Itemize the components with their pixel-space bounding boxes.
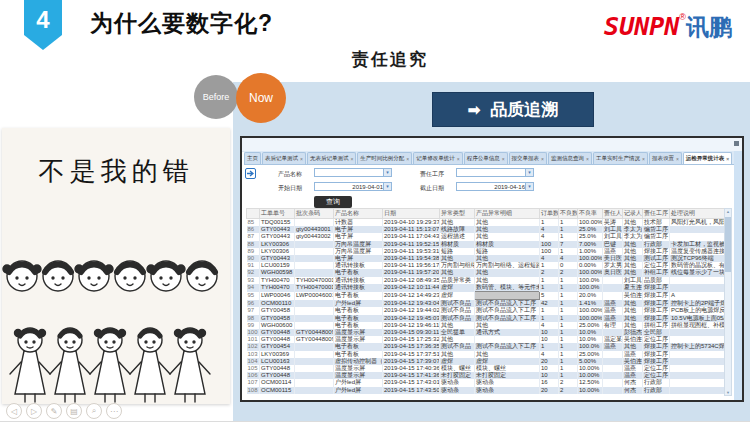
column-header[interactable]: 工单单号	[260, 209, 295, 219]
table-row[interactable]: 97GTY00458电子看板2019-04-12 19:44:02测试不良品测试…	[247, 307, 733, 314]
tab-表后记单测试[interactable]: 表后记单测试×	[262, 152, 306, 164]
table-row[interactable]: 91LCU00159通讯转接板2019-04-11 19:56:17万向割与组络…	[247, 262, 733, 269]
tab-close-icon[interactable]: ×	[350, 156, 353, 162]
table-row[interactable]: 99WGH00600电子看板2019-04-12 19:46:11其他其他412…	[247, 322, 733, 329]
tab-close-icon[interactable]: ×	[642, 156, 645, 162]
process-input[interactable]: ▾	[456, 168, 534, 177]
before-badge: Before	[194, 75, 238, 119]
now-panel: ➡ 品质追溯 主页表后记单测试×无表后记单测试×生产时间比例分配×记单修改单统计…	[233, 82, 750, 422]
more-icon[interactable]: ⋯	[106, 403, 122, 419]
column-header[interactable]	[247, 209, 260, 219]
column-header[interactable]: 批次条码	[295, 209, 334, 219]
table-row[interactable]: 92WGH00598电子看板2019-04-11 19:57:20其他其他221…	[247, 269, 733, 276]
column-header[interactable]: 产品名称	[334, 209, 383, 219]
registered-mark: ®	[679, 12, 686, 22]
window-right-strip	[734, 151, 742, 400]
tab-bar: 主页表后记单测试×无表后记单测试×生产时间比例分配×记单修改单统计×程序公单信息…	[244, 151, 734, 165]
quality-trace-label: 品质追溯	[490, 98, 558, 121]
column-header[interactable]: 日期	[383, 209, 440, 219]
vertical-scrollbar[interactable]: ▲ ▼	[724, 208, 732, 396]
table-row[interactable]: 108OCM00115户外led屏2019-04-15 17:43:50驱动条驱…	[247, 387, 733, 394]
tab-工单实时生产情况[interactable]: 工单实时生产情况×	[593, 152, 648, 164]
column-header[interactable]: 不良数量	[559, 209, 578, 219]
export-icon[interactable]	[245, 168, 256, 179]
quality-trace-button[interactable]: ➡ 品质追溯	[432, 92, 594, 127]
tab-close-icon[interactable]: ×	[726, 156, 729, 162]
window-titlebar	[242, 138, 742, 152]
table-row[interactable]: 93TYH00470TYH00470001通讯转接板2019-04-12 08:…	[247, 277, 733, 284]
table-row[interactable]: 95LWP00046LWP00046001电子看板2019-04-12 14:4…	[247, 292, 733, 300]
table-row[interactable]: 87GTY00443gty00443002电子屏2019-04-11 17:04…	[247, 233, 733, 240]
tab-close-icon[interactable]: ×	[457, 156, 460, 162]
tab-无表后记单测试[interactable]: 无表后记单测试×	[307, 152, 356, 164]
calendar-dropdown-icon[interactable]: ▾	[525, 183, 533, 190]
tab-监测信息查询[interactable]: 监测信息查询×	[548, 152, 592, 164]
tab-close-icon[interactable]: ×	[676, 156, 679, 162]
tab-报交单报表[interactable]: 报交单报表×	[509, 152, 547, 164]
tab-label: 工单实时生产情况	[596, 155, 640, 162]
table-row[interactable]: 98GTY00458电子看板2019-04-12 19:45:03测试不良品测试…	[247, 315, 733, 322]
process-label: 责任工序	[420, 170, 444, 179]
column-header[interactable]: 不良率	[578, 209, 603, 219]
tab-close-icon[interactable]: ×	[300, 156, 303, 162]
kids-cartoon	[2, 236, 230, 404]
table-row[interactable]: 88LKY00306万向吊温度屏2019-04-11 19:52:15棉材质棉材…	[247, 241, 733, 248]
tab-生产时间比例分配[interactable]: 生产时间比例分配×	[357, 152, 412, 164]
column-header[interactable]: 异常类型	[440, 209, 475, 219]
column-header[interactable]: 处理说明	[670, 209, 733, 219]
tab-运检异常统计表[interactable]: 运检异常统计表×	[683, 152, 732, 164]
start-date-input[interactable]: 2019-04-01▾	[314, 182, 392, 191]
table-row[interactable]: 107OCM00114户外led屏2019-04-15 17:43:01驱动条驱…	[247, 379, 733, 386]
end-date-input[interactable]: 2019-04-16▾	[456, 182, 534, 191]
table-row[interactable]: 85TDQ00155计数器2019-04-10 19:29:37其他其他1110…	[247, 219, 733, 227]
next-slide-icon[interactable]: ▷	[26, 403, 42, 419]
table-row[interactable]: 105GTY00448温度显示屏2019-04-15 17:40:36模块、螺丝…	[247, 365, 733, 372]
query-button[interactable]: 查询	[314, 196, 352, 208]
scroll-down-icon[interactable]: ▼	[725, 390, 731, 395]
presentation-slide: 4 为什么要数字化? SUNPN®讯鹏 责任追究 不是我的错	[0, 0, 750, 422]
column-header[interactable]: 责任工序	[643, 209, 670, 219]
column-header[interactable]: 责任人	[603, 209, 623, 219]
tab-label: 生产时间比例分配	[360, 155, 404, 162]
zoom-icon[interactable]: ⌕	[86, 403, 102, 419]
table-row[interactable]: 96OCM00110户外led屏2019-04-12 19:43:04测试不良品…	[247, 300, 733, 308]
tab-close-icon[interactable]: ×	[406, 156, 409, 162]
product-name-input[interactable]: ▾	[314, 168, 392, 177]
column-header[interactable]: 订单数量	[540, 209, 559, 219]
result-table: 工单单号批次条码产品名称日期异常类型产品异常明细订单数量不良数量不良率责任人记录…	[246, 208, 732, 394]
tab-程序公单信息[interactable]: 程序公单信息×	[464, 152, 508, 164]
calendar-dropdown-icon[interactable]: ▾	[383, 183, 391, 190]
tab-close-icon[interactable]: ×	[541, 156, 544, 162]
table-row[interactable]: 94TYH00470TYH00470001通讯转接板2019-04-12 10:…	[247, 284, 733, 292]
table-row[interactable]: 89LKY00306万向吊温度屏2019-04-11 19:53:31短路短路1…	[247, 248, 733, 255]
table-row[interactable]: 103LKY00369电子看板2019-04-15 17:37:51其他其他41…	[247, 351, 733, 358]
table-row[interactable]: 100GTY00448GTY00448009温度显示屏2019-04-15 09…	[247, 329, 733, 336]
table-row[interactable]: 86GTY00443gty00443001电子屏2019-04-11 15:13…	[247, 226, 733, 233]
pen-icon[interactable]: ✎	[46, 403, 62, 419]
table-row[interactable]: 90GTY00443电子屏2019-04-11 19:54:38其他其他4410…	[247, 255, 733, 262]
column-header[interactable]: 记录人	[623, 209, 643, 219]
start-date-label: 开始日期	[278, 184, 302, 193]
table-row[interactable]: 104LCU00163虚拟传动控制器（安装）2019-04-15 17:39:0…	[247, 358, 733, 365]
column-header[interactable]: 产品异常明细	[475, 209, 540, 219]
tab-close-icon[interactable]: ×	[502, 156, 505, 162]
chevron-down-icon[interactable]: ▾	[525, 169, 533, 176]
table-row[interactable]: 106GTY00448温度显示屏2019-04-15 17:41:36未打胶固定…	[247, 372, 733, 379]
product-name-label: 产品名称	[278, 170, 302, 179]
prev-slide-icon[interactable]: ◁	[6, 403, 22, 419]
slide-number-badge: 4	[24, 0, 62, 50]
tab-报表设置[interactable]: 报表设置×	[649, 152, 682, 164]
tab-label: 无表后记单测试	[310, 155, 349, 162]
stamp-icon[interactable]: ▤	[66, 403, 82, 419]
tab-主页[interactable]: 主页	[244, 152, 261, 164]
tab-label: 监测信息查询	[551, 155, 584, 162]
scroll-up-icon[interactable]: ▲	[725, 209, 731, 214]
tab-记单修改单统计[interactable]: 记单修改单统计×	[413, 152, 462, 164]
tab-close-icon[interactable]: ×	[586, 156, 589, 162]
scrollbar-thumb[interactable]	[725, 217, 731, 272]
tab-label: 运检异常统计表	[686, 155, 725, 162]
window-control-icon[interactable]	[734, 141, 739, 146]
chevron-down-icon[interactable]: ▾	[383, 169, 391, 176]
table-row[interactable]: 102GTY00454电子看板2019-04-15 17:36:35测试不良品测…	[247, 343, 733, 350]
table-row[interactable]: 101GTY00448GTY00448009温度显示屏2019-04-15 17…	[247, 336, 733, 343]
